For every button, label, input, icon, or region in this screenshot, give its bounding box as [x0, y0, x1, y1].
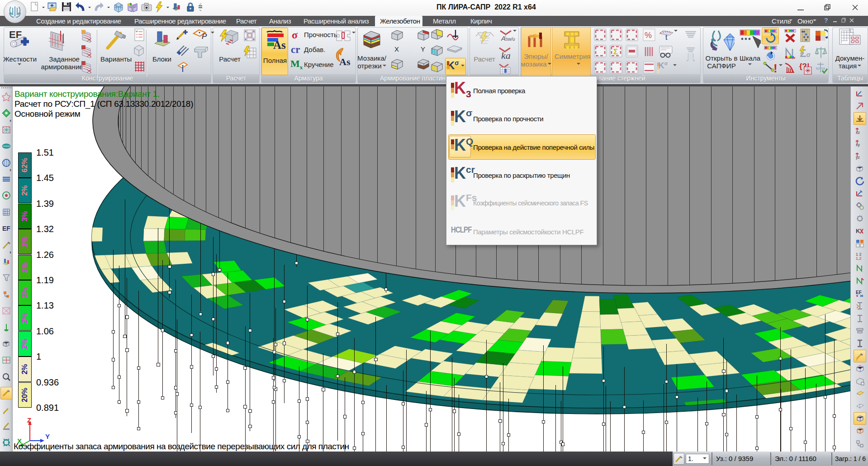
- svg-text:As: As: [339, 56, 351, 67]
- svg-text:%: %: [645, 31, 652, 40]
- svg-text:Z: Z: [27, 416, 31, 424]
- svg-text:Σ: Σ: [613, 48, 618, 56]
- svg-text:K: K: [856, 228, 860, 234]
- svg-text:As: As: [273, 39, 286, 50]
- svg-text:yz: yz: [856, 155, 860, 160]
- svg-text:!: !: [773, 62, 778, 75]
- svg-text:t: t: [665, 33, 668, 41]
- svg-text:EF: EF: [856, 290, 862, 295]
- svg-text:1,2: 1,2: [856, 256, 862, 261]
- svg-text:Asw/u: Asw/u: [501, 34, 515, 42]
- svg-text:Y: Y: [45, 433, 50, 440]
- svg-text:ka: ka: [501, 50, 511, 61]
- svg-text:P: P: [202, 32, 207, 41]
- svg-text:xz: xz: [856, 130, 860, 135]
- svg-text:EF: EF: [2, 225, 10, 232]
- svg-text:xy: xy: [856, 143, 860, 147]
